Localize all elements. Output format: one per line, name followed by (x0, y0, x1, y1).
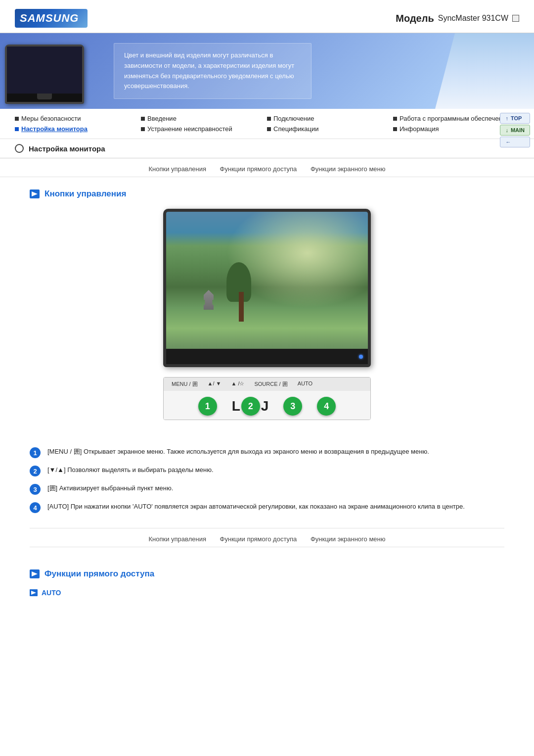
model-info: Модель SyncMaster 931CW (396, 13, 519, 24)
tab-nav: Кнопки управления Функции прямого доступ… (0, 158, 534, 177)
bottom-tab-nav: Кнопки управления Функции прямого доступ… (30, 528, 504, 547)
nav-bullet-1 (15, 117, 19, 121)
desc-num-4: 4 (30, 502, 41, 513)
garden-tree (226, 262, 256, 322)
top-label: TOP (511, 115, 522, 121)
nav-item-intro[interactable]: Введение (141, 115, 267, 122)
main-arrow-icon: ↓ (505, 127, 508, 133)
desc-item-2: 2 [▼/▲] Позволяют выделять и выбирать ра… (30, 465, 504, 476)
desc-num-1: 1 (30, 447, 41, 458)
section-title-text-1: Кнопки управления (44, 189, 126, 199)
sub-icon-auto (30, 589, 38, 596)
banner-decoration (435, 33, 534, 109)
samsung-logo: SAMSUNG (15, 9, 88, 28)
nav-label-intro: Введение (147, 115, 177, 122)
nav-bullet-3 (141, 117, 145, 121)
nav-bullet-2 (15, 127, 19, 131)
desc-text-2: [▼/▲] Позволяют выделять и выбирать разд… (47, 465, 214, 475)
breadcrumb-icon (15, 144, 24, 153)
tab-osd-functions[interactable]: Функции экранного меню (311, 165, 386, 173)
nav-item-monitor-setup[interactable]: Настройка монитора (15, 125, 141, 133)
top-button[interactable]: ↑ TOP (500, 113, 530, 124)
desc-item-4: 4 [AUTO] При нажатии кнопки 'AUTO' появл… (30, 502, 504, 513)
side-buttons: ↑ TOP ↓ MAIN ← (496, 109, 534, 151)
bottom-tab-direct[interactable]: Функции прямого доступа (220, 535, 297, 543)
section-title-2: Функции прямого доступа (30, 569, 504, 579)
ctrl-num-1[interactable]: 1 (198, 397, 217, 416)
ctrl-box: MENU / 囲 ▲/ ▼ ▲ /☆ SOURCE / 囲 AUTO 1 L 2… (163, 377, 371, 420)
ctrl-labels: MENU / 囲 ▲/ ▼ ▲ /☆ SOURCE / 囲 AUTO (164, 378, 370, 391)
tab-control-buttons[interactable]: Кнопки управления (148, 165, 206, 173)
section-title-1: Кнопки управления (30, 189, 504, 199)
model-checkbox (512, 15, 519, 22)
ctrl-label-source: SOURCE / 囲 (254, 380, 287, 388)
nav-label-specs: Спецификации (273, 125, 319, 133)
monitor-stand (37, 94, 52, 99)
bracket-right: J (261, 399, 269, 413)
nav-item-troubleshoot[interactable]: Устранение неисправностей (141, 125, 267, 133)
monitor-screen (7, 47, 82, 94)
desc-num-3: 3 (30, 484, 41, 495)
nav-label-troubleshoot: Устранение неисправностей (147, 125, 232, 133)
monitor-bottom-bar (166, 349, 368, 364)
model-name: SyncMaster 931CW (438, 14, 508, 23)
pagoda (202, 290, 215, 315)
nav-section: Меры безопасности Настройка монитора Вве… (0, 109, 534, 139)
model-label: Модель (396, 13, 434, 24)
desc-item-3: 3 [囲] Активизирует выбранный пункт меню. (30, 483, 504, 495)
nav-label-monitor-setup: Настройка монитора (21, 125, 88, 133)
descriptions: 1 [MENU / 囲] Открывает экранное меню. Та… (0, 447, 534, 513)
sub-section-auto: AUTO (30, 589, 504, 597)
ctrl-label-auto: AUTO (298, 380, 312, 388)
bottom-tab-control[interactable]: Кнопки управления (148, 535, 206, 543)
nav-label-safety: Меры безопасности (21, 115, 81, 122)
desc-text-4: [AUTO] При нажатии кнопки 'AUTO' появляе… (47, 502, 465, 512)
nav-bullet-4 (141, 127, 145, 131)
bottom-tab-osd[interactable]: Функции экранного меню (311, 535, 386, 543)
monitor-shape (5, 45, 84, 104)
svg-marker-1 (32, 571, 38, 576)
nav-item-safety[interactable]: Меры безопасности (15, 115, 141, 122)
tree-trunk (239, 292, 244, 322)
ctrl-label-brightness: ▲ /☆ (231, 380, 244, 388)
banner-text: Цвет и внешний вид изделия могут различа… (99, 33, 435, 109)
header: SAMSUNG Модель SyncMaster 931CW (0, 0, 534, 33)
section-icon-1 (30, 189, 40, 198)
ctrl-num-2[interactable]: 2 (241, 397, 260, 416)
monitor-display (30, 209, 504, 367)
ctrl-num-2-group: L 2 J (232, 397, 269, 416)
section-direct-access: Функции прямого доступа AUTO (0, 557, 534, 605)
desc-text-1: [MENU / 囲] Открывает экранное меню. Такж… (47, 447, 429, 457)
main-button[interactable]: ↓ MAIN (500, 125, 530, 136)
power-indicator (359, 355, 363, 359)
ctrl-num-3[interactable]: 3 (283, 397, 302, 416)
nav-item-specs[interactable]: Спецификации (267, 125, 393, 133)
monitor-image (163, 209, 371, 367)
back-button[interactable]: ← (500, 137, 530, 147)
ctrl-buttons-row: 1 L 2 J 3 4 (164, 391, 370, 420)
banner: Цвет и внешний вид изделия могут различа… (0, 33, 534, 109)
banner-monitor (0, 33, 99, 109)
section-icon-2 (30, 569, 40, 578)
sub-label-auto: AUTO (42, 589, 61, 597)
desc-item-1: 1 [MENU / 囲] Открывает экранное меню. Та… (30, 447, 504, 458)
nav-label-connect: Подключение (273, 115, 314, 122)
section-title-text-2: Функции прямого доступа (44, 569, 154, 579)
nav-item-connect[interactable]: Подключение (267, 115, 393, 122)
banner-notice: Цвет и внешний вид изделия могут различа… (114, 43, 312, 99)
ctrl-label-arrows: ▲/ ▼ (208, 380, 222, 388)
back-arrow-icon: ← (505, 139, 511, 145)
main-label: MAIN (511, 127, 525, 133)
nav-bullet-6 (267, 127, 271, 131)
nav-label-info: Информация (400, 125, 439, 133)
top-arrow-icon: ↑ (505, 115, 508, 121)
nav-bullet-7 (393, 117, 397, 121)
breadcrumb-text: Настройка монитора (29, 144, 105, 153)
nav-bullet-8 (393, 127, 397, 131)
ctrl-num-4[interactable]: 4 (317, 397, 336, 416)
nav-col-1: Меры безопасности Настройка монитора (15, 115, 141, 133)
nav-col-3: Подключение Спецификации (267, 115, 393, 133)
tab-direct-access[interactable]: Функции прямого доступа (220, 165, 297, 173)
breadcrumb: Настройка монитора (0, 139, 534, 158)
svg-marker-0 (32, 191, 38, 196)
